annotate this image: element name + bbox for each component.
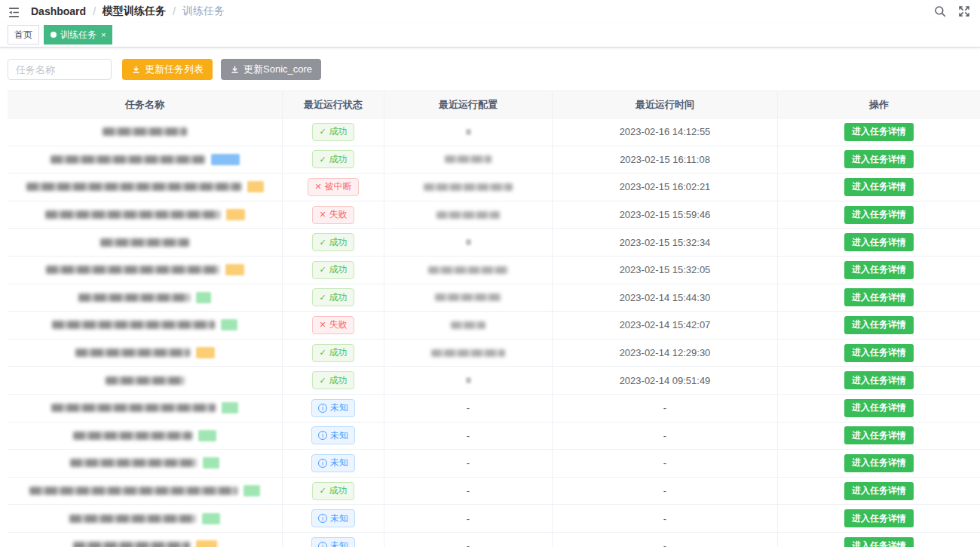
enter-task-detail-button[interactable]: 进入任务详情 xyxy=(844,371,914,389)
table-row: i未知--进入任务详情 xyxy=(8,395,980,423)
fullscreen-icon[interactable] xyxy=(957,5,971,18)
task-name-cell xyxy=(8,450,283,478)
config-empty: - xyxy=(467,430,470,441)
status-label: 成功 xyxy=(329,291,348,304)
search-icon[interactable] xyxy=(933,5,947,18)
status-badge: i未知 xyxy=(311,454,355,472)
task-name-input[interactable] xyxy=(8,59,112,80)
config-redacted xyxy=(466,129,471,135)
task-name-redacted xyxy=(103,128,187,136)
main-content: 更新任务列表 更新Sonic_core 任务名称 最近运行状态 最近运行配置 最… xyxy=(0,48,980,547)
download-icon xyxy=(230,65,240,75)
time-cell: 2023-02-15 16:11:08 xyxy=(553,146,778,174)
top-navbar: Dashboard / 模型训练任务 / 训练任务 xyxy=(0,0,980,23)
run-time: 2023-02-15 16:11:08 xyxy=(620,154,710,165)
config-cell xyxy=(384,284,553,312)
time-cell: 2023-02-15 15:32:05 xyxy=(553,257,778,284)
status-label: 未知 xyxy=(330,512,348,525)
config-redacted xyxy=(466,239,471,245)
action-cell: 进入任务详情 xyxy=(778,229,980,257)
success-status-icon: ✓ xyxy=(319,376,326,385)
breadcrumb-separator: / xyxy=(93,5,96,17)
config-cell xyxy=(384,118,553,146)
table-row: ✓成功2023-02-15 15:32:34进入任务详情 xyxy=(8,229,980,257)
enter-task-detail-button[interactable]: 进入任务详情 xyxy=(844,537,914,547)
enter-task-detail-button[interactable]: 进入任务详情 xyxy=(844,261,914,279)
action-cell: 进入任务详情 xyxy=(778,395,980,423)
status-badge: ✓成功 xyxy=(312,233,354,251)
enter-task-detail-button[interactable]: 进入任务详情 xyxy=(844,454,914,472)
tab-home-label: 首页 xyxy=(14,29,32,41)
download-icon xyxy=(131,65,141,75)
config-empty: - xyxy=(467,402,470,413)
enter-task-detail-button[interactable]: 进入任务详情 xyxy=(844,206,914,224)
enter-task-detail-button[interactable]: 进入任务详情 xyxy=(844,178,914,196)
run-time: - xyxy=(663,402,666,413)
breadcrumb-dashboard[interactable]: Dashboard xyxy=(31,5,86,17)
failed-status-icon: ✕ xyxy=(319,321,326,329)
table-row: ✓成功2023-02-14 09:51:49进入任务详情 xyxy=(8,367,980,395)
config-redacted xyxy=(451,321,485,329)
enter-task-detail-button[interactable]: 进入任务详情 xyxy=(844,482,914,500)
time-cell: 2023-02-14 12:29:30 xyxy=(553,340,778,367)
table-row: ✕失败2023-02-15 15:59:46进入任务详情 xyxy=(8,201,980,229)
config-redacted xyxy=(424,183,513,191)
task-tag xyxy=(196,347,215,358)
unknown-status-icon: i xyxy=(318,431,327,440)
update-task-list-button[interactable]: 更新任务列表 xyxy=(122,59,213,80)
failed-status-icon: ✕ xyxy=(319,211,326,219)
action-cell: 进入任务详情 xyxy=(778,201,980,229)
run-time: 2023-02-15 15:32:05 xyxy=(620,264,711,275)
time-cell: - xyxy=(553,395,778,423)
action-cell: 进入任务详情 xyxy=(778,478,980,506)
task-tag xyxy=(226,209,245,220)
enter-task-detail-button[interactable]: 进入任务详情 xyxy=(844,123,914,141)
task-name-cell xyxy=(8,367,283,395)
status-label: 成功 xyxy=(329,484,348,497)
col-run-time: 最近运行时间 xyxy=(553,91,778,118)
time-cell: - xyxy=(553,505,778,533)
success-status-icon: ✓ xyxy=(319,487,326,495)
enter-task-detail-button[interactable]: 进入任务详情 xyxy=(844,288,914,306)
status-cell: ✕失败 xyxy=(283,201,384,229)
unknown-status-icon: i xyxy=(318,542,327,547)
status-label: 未知 xyxy=(330,429,348,442)
task-name-redacted xyxy=(29,487,237,495)
enter-task-detail-button[interactable]: 进入任务详情 xyxy=(844,426,914,444)
enter-task-detail-button[interactable]: 进入任务详情 xyxy=(844,316,914,334)
success-status-icon: ✓ xyxy=(319,238,326,247)
tab-close-icon[interactable]: × xyxy=(101,31,106,39)
status-badge: ✓成功 xyxy=(312,371,354,389)
task-tag xyxy=(196,540,217,547)
task-name-redacted xyxy=(69,515,196,523)
enter-task-detail-button[interactable]: 进入任务详情 xyxy=(844,233,914,251)
task-name-redacted xyxy=(106,376,185,385)
config-cell xyxy=(384,201,553,229)
time-cell: - xyxy=(553,478,778,506)
task-name-redacted xyxy=(78,293,190,302)
status-cell: ✓成功 xyxy=(283,367,384,395)
enter-task-detail-button[interactable]: 进入任务详情 xyxy=(844,399,914,417)
task-name-redacted xyxy=(45,211,220,219)
enter-task-detail-button[interactable]: 进入任务详情 xyxy=(844,509,914,527)
task-name-redacted xyxy=(70,459,197,467)
status-cell: ✕被中断 xyxy=(283,174,384,201)
status-badge: i未知 xyxy=(311,399,355,417)
config-empty: - xyxy=(467,540,470,547)
update-sonic-core-button[interactable]: 更新Sonic_core xyxy=(221,59,321,80)
tab-training-tasks[interactable]: 训练任务 × xyxy=(44,25,112,45)
config-redacted xyxy=(431,349,505,357)
enter-task-detail-button[interactable]: 进入任务详情 xyxy=(844,150,914,168)
config-empty: - xyxy=(467,513,470,524)
task-name-cell xyxy=(8,395,283,423)
config-empty: - xyxy=(467,485,470,496)
config-cell xyxy=(384,257,553,284)
run-time: - xyxy=(663,430,666,441)
sidebar-fold-icon[interactable] xyxy=(6,5,25,19)
config-cell: - xyxy=(384,533,553,547)
config-cell xyxy=(384,312,553,340)
run-time: 2023-02-15 15:59:46 xyxy=(620,209,711,220)
enter-task-detail-button[interactable]: 进入任务详情 xyxy=(844,344,914,362)
tab-home[interactable]: 首页 xyxy=(8,25,39,45)
status-label: 成功 xyxy=(329,346,348,359)
